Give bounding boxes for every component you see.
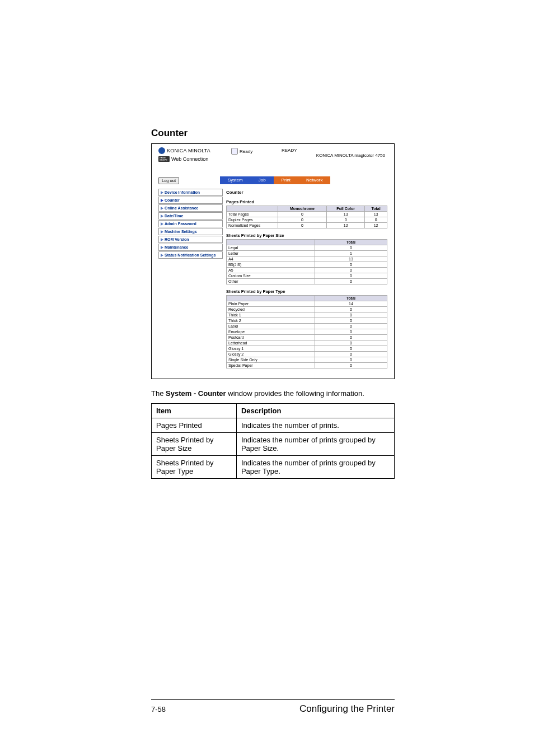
cell-label: Thick 1 (227, 312, 315, 318)
info-table-header: Item Description (152, 404, 395, 418)
status-label: Ready (240, 149, 252, 154)
info-cell-item: Pages Printed (152, 418, 237, 433)
web-connection-area: Web Connection (158, 156, 208, 162)
tab-print[interactable]: Print (274, 176, 298, 184)
cell-label: Thick 2 (227, 318, 315, 324)
table-row: Postcard0 (227, 335, 387, 340)
cell-value: 12 (365, 223, 387, 228)
col-blank (227, 240, 315, 245)
sheets-by-type-heading: Sheets Printed by Paper Type (226, 289, 387, 294)
pagescope-icon (158, 156, 170, 162)
brand-text: KONICA MINOLTA (167, 148, 210, 153)
sheets-by-type-table: Total Plain Paper14 Recycled0 Thick 10 T… (226, 295, 387, 368)
cell-value: 0 (315, 279, 387, 284)
tab-bar: System Job Print Network (220, 176, 330, 184)
cell-label: A4 (227, 256, 315, 262)
cell-value: 0 (365, 217, 387, 223)
table-header-row: Total (227, 240, 387, 245)
triangle-icon (161, 207, 163, 210)
triangle-icon (161, 254, 163, 257)
info-cell-desc: Indicates the number of prints grouped b… (236, 433, 394, 456)
table-row: Thick 10 (227, 312, 387, 318)
table-row: Single Side Only0 (227, 357, 387, 363)
cell-value: 0 (315, 307, 387, 312)
cell-value: 1 (315, 251, 387, 256)
table-row: Legal0 (227, 245, 387, 251)
tab-job[interactable]: Job (251, 176, 274, 184)
sidebar-item-label: Counter (165, 198, 180, 202)
sidebar-item-device-information[interactable]: Device Information (158, 189, 223, 196)
table-row: Custom Size0 (227, 273, 387, 279)
col-full-color: Full Color (327, 206, 365, 212)
cell-value: 13 (315, 256, 387, 262)
sidebar-item-label: Device Information (165, 190, 200, 194)
triangle-icon (161, 238, 163, 241)
table-row: Letter1 (227, 251, 387, 256)
caption-bold: System - Counter (166, 389, 226, 398)
sidebar-item-counter[interactable]: Counter (158, 197, 223, 204)
web-connection-label: Web Connection (171, 156, 208, 162)
cell-label: Label (227, 324, 315, 329)
sidebar-item-status-notification-settings[interactable]: Status Notification Settings (158, 251, 223, 259)
col-blank (227, 296, 315, 301)
content-column: Counter KONICA MINOLTA Web Connection Re… (151, 128, 395, 479)
logout-button[interactable]: Log out (158, 177, 179, 184)
screenshot-header: KONICA MINOLTA Web Connection Ready READ… (158, 147, 387, 173)
footer-row: 7-58 Configuring the Printer (151, 703, 395, 715)
caption-paragraph: The System - Counter window provides the… (151, 389, 395, 398)
info-cell-desc: Indicates the number of prints. (236, 418, 394, 433)
tab-network[interactable]: Network (298, 176, 330, 184)
cell-label: Legal (227, 245, 315, 251)
caption-suffix: window provides the following informatio… (226, 389, 364, 398)
cell-value: 12 (327, 223, 365, 228)
sidebar-item-date-time[interactable]: Date/Time (158, 212, 223, 220)
status-indicator: Ready (231, 148, 252, 155)
cell-value: 0 (315, 335, 387, 340)
table-row: Letterhead0 (227, 340, 387, 346)
triangle-icon (161, 214, 163, 218)
triangle-icon (161, 230, 163, 234)
cell-value: 0 (278, 223, 326, 228)
cell-label: Glossy 1 (227, 346, 315, 352)
info-table-row: Pages Printed Indicates the number of pr… (152, 418, 395, 433)
cell-value: 0 (315, 324, 387, 329)
table-row: Other0 (227, 279, 387, 284)
table-row: Recycled0 (227, 307, 387, 312)
table-row: Special Paper0 (227, 363, 387, 368)
printer-icon (231, 148, 238, 155)
table-row: Total Pages01313 (227, 212, 387, 217)
brand-logo: KONICA MINOLTA (158, 147, 210, 154)
sidebar-item-label: Status Notification Settings (165, 253, 216, 257)
info-table-row: Sheets Printed by Paper Type Indicates t… (152, 456, 395, 479)
cell-label: Plain Paper (227, 301, 315, 307)
tab-system[interactable]: System (220, 176, 251, 184)
caption-prefix: The (151, 389, 166, 398)
col-total: Total (315, 240, 387, 245)
cell-label: Other (227, 279, 315, 284)
pages-printed-table: Monochrome Full Color Total Total Pages0… (226, 206, 387, 228)
footer-title: Configuring the Printer (299, 703, 395, 715)
sidebar-item-label: Online Assistance (165, 206, 198, 210)
sidebar-item-label: Date/Time (165, 214, 183, 218)
table-row: Glossy 20 (227, 352, 387, 357)
col-total: Total (365, 206, 387, 212)
triangle-icon (161, 246, 163, 249)
cell-value: 0 (315, 245, 387, 251)
table-row: Normalized Pages01212 (227, 223, 387, 228)
sidebar-item-admin-password[interactable]: Admin Password (158, 220, 223, 227)
triangle-icon (161, 191, 163, 194)
cell-value: 0 (315, 312, 387, 318)
table-row: A413 (227, 256, 387, 262)
embedded-screenshot: KONICA MINOLTA Web Connection Ready READ… (151, 143, 395, 379)
sidebar-item-online-assistance[interactable]: Online Assistance (158, 204, 223, 212)
cell-value: 0 (315, 340, 387, 346)
cell-label: Special Paper (227, 363, 315, 368)
info-cell-desc: Indicates the number of prints grouped b… (236, 456, 394, 479)
info-header-item: Item (152, 404, 237, 418)
sidebar-item-machine-settings[interactable]: Machine Settings (158, 228, 223, 235)
sidebar-item-rom-version[interactable]: ROM Version (158, 236, 223, 243)
sidebar-item-maintenance[interactable]: Maintenance (158, 244, 223, 251)
triangle-icon (161, 222, 163, 226)
table-row: Plain Paper14 (227, 301, 387, 307)
cell-value: 0 (315, 329, 387, 335)
